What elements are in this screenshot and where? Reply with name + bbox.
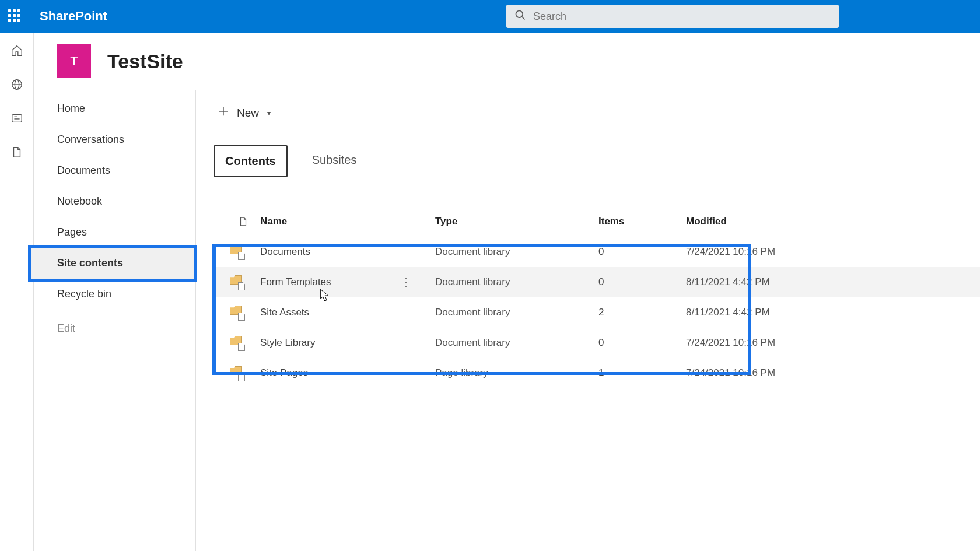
row-items: 0	[598, 337, 686, 349]
tab-contents[interactable]: Contents	[214, 145, 288, 177]
home-icon[interactable]	[10, 44, 23, 57]
table-row[interactable]: Documents Document library 0 7/24/2021 1…	[214, 237, 980, 267]
contents-table: Name Type Items Modified Documents Docum…	[214, 206, 980, 388]
row-name[interactable]: Style Library	[260, 337, 315, 349]
app-launcher-icon[interactable]	[7, 8, 23, 24]
suite-bar: SharePoint	[0, 0, 980, 33]
row-name[interactable]: Documents	[260, 246, 310, 258]
row-items: 2	[598, 307, 686, 318]
svg-point-0	[516, 11, 523, 18]
library-icon	[214, 336, 260, 350]
nav-edit[interactable]: Edit	[34, 313, 195, 344]
row-name[interactable]: Site Assets	[260, 307, 309, 318]
row-name[interactable]: Site Pages	[260, 367, 308, 379]
table-header: Name Type Items Modified	[214, 206, 980, 237]
row-items: 0	[598, 246, 686, 258]
search-icon	[514, 9, 526, 23]
header-name[interactable]: Name	[260, 216, 435, 227]
brand-title[interactable]: SharePoint	[40, 9, 107, 24]
row-type: Document library	[435, 337, 598, 349]
news-icon[interactable]	[10, 112, 23, 125]
more-icon[interactable]: ⋮	[400, 276, 412, 288]
row-modified: 7/24/2021 10:16 PM	[686, 246, 861, 258]
site-title[interactable]: TestSite	[107, 50, 183, 73]
tabs: Contents Subsites	[214, 145, 980, 177]
globe-icon[interactable]	[10, 78, 23, 91]
row-items: 1	[598, 367, 686, 379]
row-modified: 7/24/2021 10:16 PM	[686, 337, 861, 349]
site-logo[interactable]: T	[57, 44, 91, 78]
left-nav: Home Conversations Documents Notebook Pa…	[34, 90, 196, 551]
row-type: Document library	[435, 307, 598, 318]
chevron-down-icon: ▾	[267, 109, 271, 117]
table-row[interactable]: Site Pages Page library 1 7/24/2021 10:1…	[214, 358, 980, 388]
left-rail	[0, 33, 34, 551]
row-type: Document library	[435, 276, 598, 288]
header-items[interactable]: Items	[598, 216, 686, 227]
new-button[interactable]: New ▾	[214, 101, 274, 124]
table-row[interactable]: Style Library Document library 0 7/24/20…	[214, 328, 980, 358]
header-modified[interactable]: Modified	[686, 216, 861, 227]
new-button-label: New	[237, 107, 259, 120]
site-header: T TestSite	[34, 33, 980, 90]
library-icon	[214, 245, 260, 259]
nav-conversations[interactable]: Conversations	[34, 124, 195, 155]
row-modified: 7/24/2021 10:16 PM	[686, 367, 861, 379]
library-icon	[214, 306, 260, 320]
search-container	[506, 5, 839, 28]
search-input[interactable]	[533, 10, 831, 23]
search-box[interactable]	[506, 5, 839, 28]
row-type: Page library	[435, 367, 598, 379]
header-type[interactable]: Type	[435, 216, 598, 227]
svg-line-1	[522, 17, 525, 20]
library-icon	[214, 275, 260, 289]
svg-rect-5	[12, 115, 22, 122]
nav-pages[interactable]: Pages	[34, 217, 195, 248]
file-icon[interactable]	[10, 146, 23, 159]
table-row[interactable]: Form Templates ⋮ Document library 0 8/11…	[214, 267, 980, 297]
nav-recycle-bin[interactable]: Recycle bin	[34, 279, 195, 310]
nav-notebook[interactable]: Notebook	[34, 186, 195, 217]
tab-subsites[interactable]: Subsites	[302, 145, 368, 177]
nav-home[interactable]: Home	[34, 93, 195, 124]
row-modified: 8/11/2021 4:42 PM	[686, 307, 861, 318]
nav-site-contents[interactable]: Site contents	[28, 245, 197, 282]
command-bar: New ▾	[214, 97, 980, 136]
main-area: New ▾ Contents Subsites Name Type Items …	[196, 90, 980, 551]
row-items: 0	[598, 276, 686, 288]
table-row[interactable]: Site Assets Document library 2 8/11/2021…	[214, 297, 980, 328]
row-name[interactable]: Form Templates	[260, 276, 331, 288]
row-modified: 8/11/2021 4:42 PM	[686, 276, 861, 288]
plus-icon	[217, 105, 230, 121]
library-icon	[214, 366, 260, 380]
nav-documents[interactable]: Documents	[34, 155, 195, 186]
row-type: Document library	[435, 246, 598, 258]
header-icon	[214, 215, 260, 228]
